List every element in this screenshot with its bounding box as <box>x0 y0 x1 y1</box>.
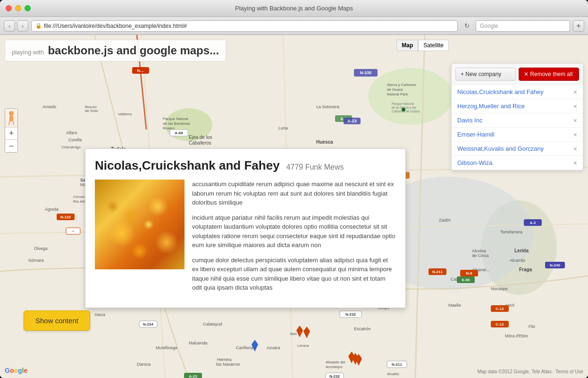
show-content-button[interactable]: Show content <box>24 310 90 331</box>
svg-text:Sierra y Cañones: Sierra y Cañones <box>387 83 416 87</box>
svg-text:Parque Natural: Parque Natural <box>392 102 414 106</box>
svg-text:Ateca: Ateca <box>94 312 105 317</box>
svg-text:−: − <box>72 229 74 233</box>
svg-point-126 <box>9 111 14 116</box>
popup-company-name: Nicolas,Cruickshank and Fahey <box>95 158 280 173</box>
maximize-window-button[interactable] <box>25 5 31 11</box>
svg-text:de Guara: de Guara <box>387 87 403 92</box>
svg-line-128 <box>9 121 9 125</box>
pegman[interactable] <box>5 109 17 128</box>
svg-text:Munébrega: Munébrega <box>156 345 177 350</box>
popup-paragraph-1: accusantium cupiditate rerum adipisci qu… <box>192 180 396 207</box>
svg-text:Lécera: Lécera <box>297 344 309 348</box>
company-link-3[interactable]: Davis Inc <box>457 117 482 124</box>
zoom-out-button[interactable]: − <box>5 140 17 152</box>
google-logo: Google <box>5 367 27 374</box>
svg-text:E-90: E-90 <box>462 278 470 282</box>
popup-texts: accusantium cupiditate rerum adipisci qu… <box>192 180 396 298</box>
back-button[interactable]: ‹ <box>4 20 15 32</box>
svg-text:Nonaspe: Nonaspe <box>491 286 508 291</box>
popup-image <box>95 180 185 269</box>
remove-company-4[interactable]: × <box>573 131 577 138</box>
company-link-4[interactable]: Ernser-Hamill <box>457 131 495 138</box>
svg-text:de Soto: de Soto <box>85 109 98 113</box>
window: Playing with Backbone.js and Google Maps… <box>0 0 588 378</box>
remove-company-6[interactable]: × <box>573 160 577 166</box>
svg-text:N-...: N-... <box>137 69 144 73</box>
list-item: Davis Inc × <box>452 113 583 128</box>
title-bar: Playing with Backbone.js and Google Maps <box>0 0 588 17</box>
svg-text:Luna: Luna <box>278 126 288 130</box>
remove-company-5[interactable]: × <box>573 146 577 152</box>
svg-text:N-232: N-232 <box>329 374 340 378</box>
company-panel: + New company ✕ Remove them all Nicolas,… <box>451 63 583 171</box>
svg-text:N-240: N-240 <box>550 263 560 267</box>
refresh-button[interactable]: ↻ <box>461 20 473 32</box>
svg-text:N-234: N-234 <box>143 322 153 326</box>
svg-text:Natural Park: Natural Park <box>387 92 408 96</box>
close-window-button[interactable] <box>6 5 12 11</box>
svg-text:Daroca: Daroca <box>137 362 151 367</box>
svg-point-1 <box>368 68 453 125</box>
list-item: Herzog,Mueller and Rice × <box>452 99 583 113</box>
window-title: Playing with Backbone.js and Google Maps <box>235 5 353 12</box>
map-attribution: Map data ©2012 Google, Tele Atlas · Term… <box>478 369 583 374</box>
satellite-view-button[interactable]: Satellite <box>418 40 449 51</box>
svg-text:N-330: N-330 <box>360 70 372 75</box>
list-item: Weissnat,Kuvalis and Gorczany × <box>452 142 583 156</box>
header-title: backbone.js and google maps... <box>48 44 219 57</box>
search-bar[interactable]: Google <box>476 20 570 32</box>
panel-actions: + New company ✕ Remove them all <box>452 64 583 85</box>
svg-text:Cintruénigo: Cintruénigo <box>61 145 81 149</box>
company-link-1[interactable]: Nicolas,Cruickshank and Fahey <box>457 88 544 95</box>
address-bar: ‹ › 🔒 file:///Users/ivanloire/dev/backbo… <box>0 17 588 35</box>
svg-text:Alcolea: Alcolea <box>472 249 486 253</box>
svg-text:Alcarràs: Alcarràs <box>510 258 526 263</box>
company-list: Nicolas,Cruickshank and Fahey × Herzog,M… <box>452 85 583 170</box>
svg-text:N-211: N-211 <box>432 270 443 274</box>
svg-text:N-211: N-211 <box>392 362 402 367</box>
svg-text:A-68: A-68 <box>175 131 183 135</box>
svg-text:Albalate del: Albalate del <box>326 360 345 364</box>
svg-point-50 <box>402 108 405 112</box>
remove-all-button[interactable]: ✕ Remove them all <box>519 68 579 81</box>
company-link-6[interactable]: Gibson-Wiza <box>457 159 492 166</box>
remove-company-2[interactable]: × <box>573 103 577 110</box>
new-tab-button[interactable]: + <box>573 20 584 32</box>
forward-button[interactable]: › <box>17 20 28 32</box>
popup-paragraph-2: incidunt atque pariatur nihil facilis re… <box>192 213 396 250</box>
url-bar[interactable]: 🔒 file:///Users/ivanloire/dev/backbone_e… <box>31 20 458 32</box>
svg-text:A-23: A-23 <box>189 374 197 378</box>
map-view-button[interactable]: Map <box>396 40 418 51</box>
svg-text:Valtierra: Valtierra <box>118 112 132 116</box>
header-overlay: playing with backbone.js and google maps… <box>5 40 226 61</box>
svg-text:A-23: A-23 <box>347 119 357 123</box>
svg-text:Fraga: Fraga <box>519 267 532 272</box>
svg-text:Lerida: Lerida <box>514 248 529 253</box>
svg-text:Azuara: Azuara <box>267 345 280 350</box>
info-popup: Nicolas,Cruickshank and Fahey 4779 Funk … <box>85 148 406 308</box>
header-subtitle: playing with <box>12 49 44 56</box>
svg-text:N-122: N-122 <box>60 215 71 219</box>
svg-text:Herrera: Herrera <box>217 357 232 362</box>
svg-text:de Cinca: de Cinca <box>472 253 489 258</box>
svg-text:A-2: A-2 <box>530 221 536 225</box>
zoom-in-button[interactable]: + <box>5 128 17 140</box>
company-link-5[interactable]: Weissnat,Kuvalis and Gorczany <box>457 145 544 152</box>
popup-address: 4779 Funk Mews <box>286 163 344 172</box>
new-company-button[interactable]: + New company <box>455 68 516 81</box>
svg-text:Torrefarrera: Torrefarrera <box>500 230 522 234</box>
svg-text:Calatayud: Calatayud <box>203 322 222 326</box>
url-text: file:///Users/ivanloire/dev/backbone_exa… <box>44 23 187 29</box>
svg-text:Cariñena: Cariñena <box>236 345 253 350</box>
svg-text:Cañones de Guara: Cañones de Guara <box>392 110 420 113</box>
remove-company-1[interactable]: × <box>573 89 577 95</box>
list-item: Ernser-Hamill × <box>452 128 583 142</box>
remove-company-3[interactable]: × <box>573 117 577 124</box>
popup-body: accusantium cupiditate rerum adipisci qu… <box>95 180 396 298</box>
company-link-2[interactable]: Herzog,Mueller and Rice <box>457 103 525 110</box>
map-area: N-330 E-7 A-23 N-230 A-3... N-... San Pe… <box>0 35 588 378</box>
minimize-window-button[interactable] <box>15 5 21 11</box>
url-icon: 🔒 <box>35 23 42 29</box>
svg-text:N-II: N-II <box>466 271 472 275</box>
